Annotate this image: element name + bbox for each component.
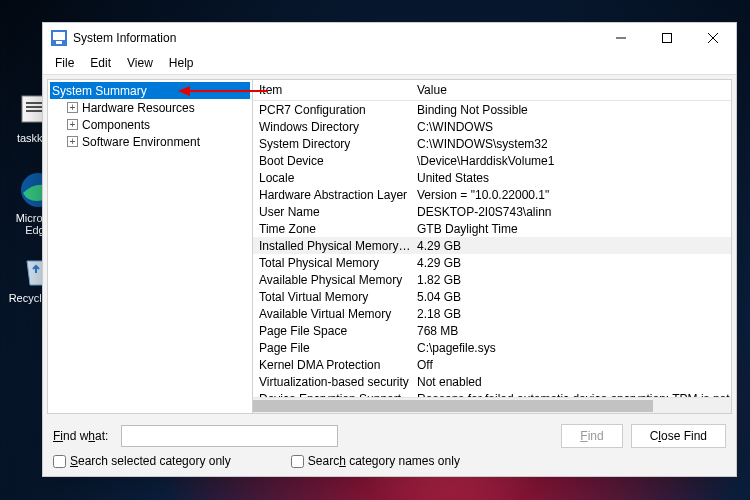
tree-item-system-summary[interactable]: System Summary <box>50 82 250 99</box>
cell-item: User Name <box>253 205 411 219</box>
cell-value: C:\WINDOWS\system32 <box>411 137 731 151</box>
minimize-button[interactable] <box>598 23 644 53</box>
cell-value: 768 MB <box>411 324 731 338</box>
tree-item-components[interactable]: + Components <box>50 116 250 133</box>
cell-value: 4.29 GB <box>411 239 731 253</box>
expand-icon[interactable]: + <box>67 102 78 113</box>
menubar: File Edit View Help <box>43 53 736 75</box>
cell-value: \Device\HarddiskVolume1 <box>411 154 731 168</box>
find-label: Find what: <box>53 429 113 443</box>
close-find-button[interactable]: Close Find <box>631 424 726 448</box>
table-row[interactable]: Boot Device\Device\HarddiskVolume1 <box>253 152 731 169</box>
table-row[interactable]: Device Encryption SupportReasons for fai… <box>253 390 731 397</box>
cell-value: United States <box>411 171 731 185</box>
table-row[interactable]: Virtualization-based securityNot enabled <box>253 373 731 390</box>
cell-item: Windows Directory <box>253 120 411 134</box>
cell-value: Binding Not Possible <box>411 103 731 117</box>
grid-body[interactable]: PCR7 ConfigurationBinding Not PossibleWi… <box>253 101 731 397</box>
content-area: System Summary + Hardware Resources + Co… <box>47 79 732 414</box>
cell-value: 1.82 GB <box>411 273 731 287</box>
svg-rect-9 <box>663 34 672 43</box>
cell-item: Page File Space <box>253 324 411 338</box>
tree-item-software-environment[interactable]: + Software Environment <box>50 133 250 150</box>
menu-help[interactable]: Help <box>161 53 202 74</box>
cell-value: 5.04 GB <box>411 290 731 304</box>
app-icon <box>51 30 67 46</box>
table-row[interactable]: Total Virtual Memory5.04 GB <box>253 288 731 305</box>
window-title: System Information <box>73 31 598 45</box>
table-row[interactable]: User NameDESKTOP-2I0S743\alinn <box>253 203 731 220</box>
cell-item: Hardware Abstraction Layer <box>253 188 411 202</box>
table-row[interactable]: Page File Space768 MB <box>253 322 731 339</box>
cell-item: Available Physical Memory <box>253 273 411 287</box>
grid-header: Item Value <box>253 80 731 101</box>
table-row[interactable]: Installed Physical Memory (RAM)4.29 GB <box>253 237 731 254</box>
cell-item: Kernel DMA Protection <box>253 358 411 372</box>
cell-value: Off <box>411 358 731 372</box>
cell-item: Locale <box>253 171 411 185</box>
cell-item: Time Zone <box>253 222 411 236</box>
menu-file[interactable]: File <box>47 53 82 74</box>
expand-icon[interactable]: + <box>67 119 78 130</box>
category-tree: System Summary + Hardware Resources + Co… <box>48 80 253 413</box>
table-row[interactable]: System DirectoryC:\WINDOWS\system32 <box>253 135 731 152</box>
cell-item: Page File <box>253 341 411 355</box>
cell-value: C:\pagefile.sys <box>411 341 731 355</box>
find-bar: Find what: Find Close Find Search select… <box>43 418 736 476</box>
cell-value: DESKTOP-2I0S743\alinn <box>411 205 731 219</box>
cell-value: 4.29 GB <box>411 256 731 270</box>
cell-item: Total Virtual Memory <box>253 290 411 304</box>
cell-item: Available Virtual Memory <box>253 307 411 321</box>
search-selected-category-checkbox[interactable]: Search selected category only <box>53 454 231 468</box>
table-row[interactable]: Page FileC:\pagefile.sys <box>253 339 731 356</box>
svg-rect-6 <box>53 32 65 40</box>
col-item[interactable]: Item <box>253 80 411 100</box>
cell-value: C:\WINDOWS <box>411 120 731 134</box>
cell-item: Total Physical Memory <box>253 256 411 270</box>
tree-item-hardware-resources[interactable]: + Hardware Resources <box>50 99 250 116</box>
cell-item: Installed Physical Memory (RAM) <box>253 239 411 253</box>
table-row[interactable]: Available Physical Memory1.82 GB <box>253 271 731 288</box>
menu-edit[interactable]: Edit <box>82 53 119 74</box>
horizontal-scrollbar[interactable] <box>253 397 731 413</box>
expand-icon[interactable]: + <box>67 136 78 147</box>
cell-value: GTB Daylight Time <box>411 222 731 236</box>
cell-value: Not enabled <box>411 375 731 389</box>
close-button[interactable] <box>690 23 736 53</box>
table-row[interactable]: Hardware Abstraction LayerVersion = "10.… <box>253 186 731 203</box>
search-category-names-checkbox[interactable]: Search category names only <box>291 454 460 468</box>
find-button[interactable]: Find <box>561 424 622 448</box>
cell-value: 2.18 GB <box>411 307 731 321</box>
cell-item: Virtualization-based security <box>253 375 411 389</box>
cell-value: Version = "10.0.22000.1" <box>411 188 731 202</box>
svg-rect-7 <box>56 41 62 44</box>
col-value[interactable]: Value <box>411 80 731 100</box>
find-input[interactable] <box>121 425 338 447</box>
table-row[interactable]: Windows DirectoryC:\WINDOWS <box>253 118 731 135</box>
system-information-window: System Information File Edit View Help S… <box>42 22 737 477</box>
table-row[interactable]: PCR7 ConfigurationBinding Not Possible <box>253 101 731 118</box>
table-row[interactable]: Available Virtual Memory2.18 GB <box>253 305 731 322</box>
table-row[interactable]: LocaleUnited States <box>253 169 731 186</box>
cell-item: Boot Device <box>253 154 411 168</box>
scrollbar-thumb[interactable] <box>253 400 653 412</box>
detail-panel: Item Value PCR7 ConfigurationBinding Not… <box>253 80 731 413</box>
titlebar[interactable]: System Information <box>43 23 736 53</box>
menu-view[interactable]: View <box>119 53 161 74</box>
table-row[interactable]: Total Physical Memory4.29 GB <box>253 254 731 271</box>
table-row[interactable]: Time ZoneGTB Daylight Time <box>253 220 731 237</box>
maximize-button[interactable] <box>644 23 690 53</box>
cell-item: PCR7 Configuration <box>253 103 411 117</box>
table-row[interactable]: Kernel DMA ProtectionOff <box>253 356 731 373</box>
cell-item: System Directory <box>253 137 411 151</box>
